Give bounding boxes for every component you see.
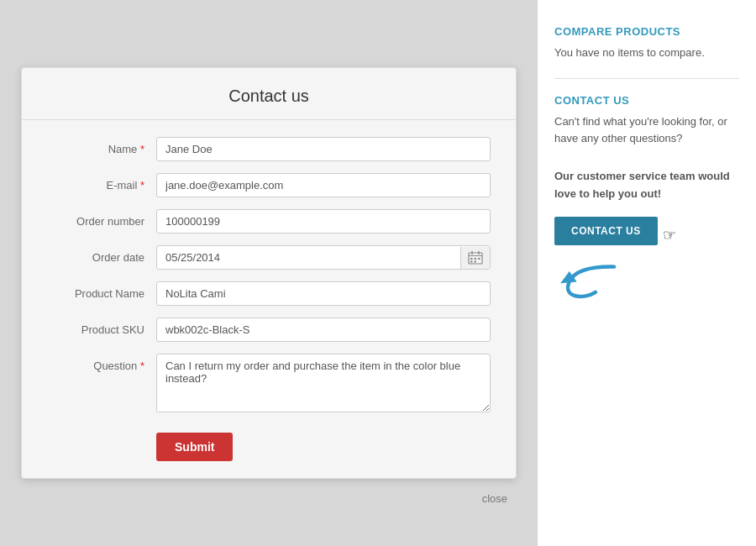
question-textarea[interactable] [156, 354, 491, 412]
product-name-input[interactable] [156, 281, 491, 306]
contact-us-text2: Our customer service team would love to … [554, 168, 739, 203]
svg-rect-7 [470, 260, 473, 262]
contact-us-button[interactable]: CONTACT US [554, 217, 658, 245]
product-sku-input[interactable] [156, 318, 491, 342]
compare-products-text: You have no items to compare. [554, 45, 739, 61]
email-label: E-mail * [47, 173, 156, 192]
submit-button[interactable]: Submit [156, 433, 233, 461]
sidebar-divider [554, 78, 739, 79]
submit-row: Submit [22, 424, 516, 461]
modal-title: Contact us [39, 87, 499, 106]
contact-form-modal: Contact us Name * E-mail * Order number [21, 67, 517, 479]
compare-products-section: COMPARE PRODUCTS You have no items to co… [554, 25, 739, 61]
question-label: Question * [47, 354, 156, 372]
cursor-icon: ☞ [663, 226, 676, 244]
email-field-row: E-mail * [22, 173, 516, 197]
question-required-star: * [140, 360, 144, 372]
modal-close-link[interactable]: close [482, 492, 507, 505]
compare-products-title: COMPARE PRODUCTS [554, 25, 739, 38]
modal-header: Contact us [22, 68, 516, 120]
order-number-label: Order number [47, 209, 156, 228]
curved-arrow-icon [554, 258, 622, 304]
contact-us-btn-row: CONTACT US ☞ [554, 217, 739, 254]
name-input[interactable] [156, 137, 491, 161]
order-date-input[interactable] [157, 246, 460, 269]
svg-rect-5 [475, 258, 477, 260]
name-label: Name * [47, 137, 156, 155]
name-required-star: * [140, 143, 144, 155]
contact-us-section: CONTACT US Can't find what you're lookin… [554, 94, 739, 304]
name-field-row: Name * [22, 137, 516, 161]
date-wrapper [156, 245, 491, 270]
svg-rect-6 [478, 258, 480, 260]
email-required-star: * [140, 179, 144, 192]
contact-us-title: CONTACT US [554, 94, 739, 107]
order-date-label: Order date [47, 245, 156, 264]
svg-rect-8 [475, 260, 477, 262]
svg-rect-4 [470, 258, 473, 260]
order-number-input[interactable] [156, 209, 491, 234]
calendar-button[interactable] [460, 247, 490, 269]
calendar-icon [468, 251, 483, 265]
product-name-label: Product Name [47, 281, 156, 300]
product-name-field-row: Product Name [22, 281, 516, 306]
email-input[interactable] [156, 173, 491, 197]
order-date-field-row: Order date [22, 245, 516, 270]
product-sku-label: Product SKU [47, 318, 156, 336]
arrow-wrapper [554, 258, 739, 304]
sidebar: COMPARE PRODUCTS You have no items to co… [538, 0, 756, 546]
contact-us-text1: Can't find what you're looking for, or h… [554, 113, 739, 149]
question-field-row: Question * [22, 354, 516, 412]
order-number-field-row: Order number [22, 209, 516, 234]
modal-overlay: Contact us Name * E-mail * Order number [0, 0, 538, 546]
product-sku-field-row: Product SKU [22, 318, 516, 342]
